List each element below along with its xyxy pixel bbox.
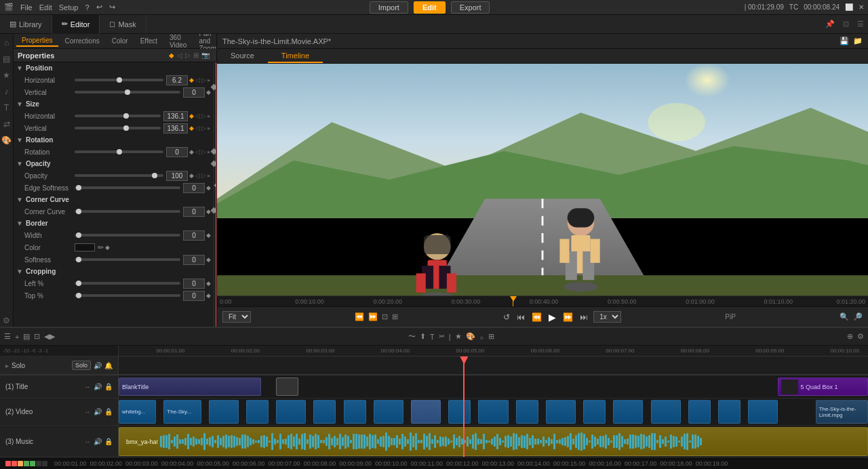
clip-blanktitle[interactable]: BlankTitle xyxy=(119,378,261,396)
panel-menu-icon[interactable]: ☰ xyxy=(853,20,868,28)
clip-video-5[interactable] xyxy=(276,400,306,424)
solo-mute-icon[interactable]: 🔊 xyxy=(94,362,102,369)
position-toggle[interactable]: ▼ Position xyxy=(14,62,214,74)
rotation-slider[interactable] xyxy=(75,150,163,153)
edit-menu[interactable]: Edit xyxy=(39,3,52,12)
prev-keyframe-icon[interactable]: ◁ xyxy=(177,52,182,59)
timeline-add-icon[interactable]: + xyxy=(15,333,19,341)
effect-icon[interactable]: ★ xyxy=(455,332,462,341)
corner-curve-toggle[interactable]: ▼ Corner Curve xyxy=(14,194,214,205)
camera-icon[interactable]: 📷 xyxy=(201,52,210,59)
trim-icon[interactable]: ✂ xyxy=(439,332,445,341)
export-button[interactable]: Export xyxy=(451,1,490,14)
opacity-slider[interactable] xyxy=(75,174,163,177)
border-color-diamond[interactable]: ◆ xyxy=(105,244,110,251)
edit-button[interactable]: Edit xyxy=(414,1,446,14)
undo-button[interactable]: ↩ xyxy=(96,3,102,12)
timeline-ripple-icon[interactable]: ◀▶ xyxy=(44,332,55,341)
clip-video-2[interactable]: The-Sky... xyxy=(163,400,201,424)
size-v-diamond[interactable]: ◆ xyxy=(189,125,194,131)
corner-curve-slider[interactable] xyxy=(75,210,180,213)
edge-softness-value[interactable] xyxy=(183,183,205,193)
tab-corrections[interactable]: Corrections xyxy=(60,36,105,46)
file-menu[interactable]: File xyxy=(20,3,33,12)
tab-color[interactable]: Color xyxy=(106,36,134,46)
music-audio-icon[interactable]: 🔊 xyxy=(94,438,102,445)
help-icon[interactable]: ? xyxy=(85,3,89,12)
video-mute-icon[interactable]: ↔ xyxy=(84,408,91,415)
clip-video-8[interactable] xyxy=(374,400,403,424)
tab-editor[interactable]: ✏ Editor xyxy=(52,15,100,34)
clip-video-10[interactable] xyxy=(448,400,471,424)
timeline-playhead[interactable] xyxy=(463,356,465,457)
timeline-tab[interactable]: Timeline xyxy=(268,49,323,63)
timeline-zoom-icon[interactable]: ⊕ xyxy=(847,332,853,341)
clip-video-17[interactable] xyxy=(688,400,711,424)
rotation-value[interactable] xyxy=(166,147,188,157)
tab-mask[interactable]: ◻ Mask xyxy=(100,15,146,34)
size-toggle[interactable]: ▼ Size xyxy=(14,98,214,110)
title-mute-icon[interactable]: ↔ xyxy=(84,383,91,390)
next-frame-button[interactable]: ⏩ xyxy=(561,311,574,323)
tab-library[interactable]: ▤ Library xyxy=(0,15,52,34)
mark-out-icon[interactable]: ⏩ xyxy=(368,312,378,321)
size-v-options[interactable]: ▸ xyxy=(208,125,211,131)
position-h-prev[interactable]: ◁ xyxy=(195,77,200,83)
size-h-diamond[interactable]: ◆ xyxy=(189,113,194,119)
clip-title-thumb[interactable] xyxy=(276,378,298,396)
opacity-value[interactable] xyxy=(166,171,188,181)
size-h-next[interactable]: ▷ xyxy=(201,113,206,119)
clip-last-video[interactable]: The-Sky-is-the-Limit.mpg xyxy=(816,400,868,424)
clip-video-11[interactable] xyxy=(478,400,508,424)
clip-video-15[interactable] xyxy=(613,400,643,424)
title-audio-icon[interactable]: 🔊 xyxy=(94,383,102,390)
fit-select[interactable]: Fit xyxy=(222,311,251,323)
crop-left-slider[interactable] xyxy=(75,282,180,285)
crop-top-diamond[interactable]: ◆ xyxy=(206,292,211,299)
position-h-slider[interactable] xyxy=(75,79,163,81)
border-softness-diamond[interactable]: ◆ xyxy=(206,256,211,263)
size-h-value[interactable] xyxy=(163,111,188,121)
crop-left-value[interactable] xyxy=(183,279,205,289)
rotation-toggle[interactable]: ▼ Rotation xyxy=(14,134,214,146)
insert-icon[interactable]: ⊡ xyxy=(382,312,388,321)
import-button[interactable]: Import xyxy=(370,1,408,14)
timeline-menu-icon[interactable]: ☰ xyxy=(4,332,11,341)
position-h-value[interactable] xyxy=(166,75,188,85)
speed-select[interactable]: 1x xyxy=(593,311,621,323)
maximize-icon[interactable]: ⬜ xyxy=(845,3,853,11)
prev-frame-button[interactable]: ⏪ xyxy=(530,311,543,323)
border-width-value[interactable] xyxy=(183,230,205,241)
clip-quadbox[interactable]: 5 Quad Box 1 xyxy=(778,378,868,396)
border-width-diamond[interactable]: ◆ xyxy=(206,232,211,239)
position-v-diamond[interactable]: ◆ xyxy=(206,89,211,96)
overwrite-icon[interactable]: ⊞ xyxy=(392,312,398,321)
tracks-content[interactable]: 00:00:01.00 00:00:02.00 00:00:03.00 00:0… xyxy=(119,346,868,457)
setup-menu[interactable]: Setup xyxy=(59,3,79,12)
step-back-button[interactable]: ⏮ xyxy=(515,311,526,323)
size-v-next[interactable]: ▷ xyxy=(201,125,206,131)
sidebar-fx-icon[interactable]: ★ xyxy=(1,69,12,81)
source-tab[interactable]: Source xyxy=(217,49,268,63)
opacity-next[interactable]: ▷ xyxy=(201,172,206,179)
clip-video-18[interactable] xyxy=(718,400,741,424)
cropping-toggle[interactable]: ▼ Cropping xyxy=(14,266,214,277)
edge-softness-diamond[interactable]: ◆ xyxy=(206,184,211,191)
video-lock-icon[interactable]: 🔒 xyxy=(104,408,113,415)
border-width-slider[interactable] xyxy=(75,234,180,237)
keyframe-options-icon[interactable]: ⊞ xyxy=(193,52,199,59)
clip-video-19[interactable] xyxy=(748,400,778,424)
border-color-swatch[interactable] xyxy=(75,243,95,251)
waveform-icon[interactable]: 〜 xyxy=(408,331,416,342)
corner-curve-diamond[interactable]: ◆ xyxy=(206,208,211,215)
sidebar-transition-icon[interactable]: ⇄ xyxy=(2,118,12,130)
redo-button[interactable]: ↪ xyxy=(109,3,115,12)
pip-label[interactable]: PiP xyxy=(725,313,736,321)
tab-properties[interactable]: Properties xyxy=(16,35,58,47)
sidebar-color-icon[interactable]: 🎨 xyxy=(0,134,13,146)
crop-left-diamond[interactable]: ◆ xyxy=(206,280,211,287)
opacity-toggle[interactable]: ▼ Opacity xyxy=(14,158,214,169)
clip-video-9[interactable] xyxy=(411,400,441,424)
border-softness-value[interactable] xyxy=(183,255,205,265)
clip-whitebg[interactable]: whitebg... xyxy=(119,400,156,424)
